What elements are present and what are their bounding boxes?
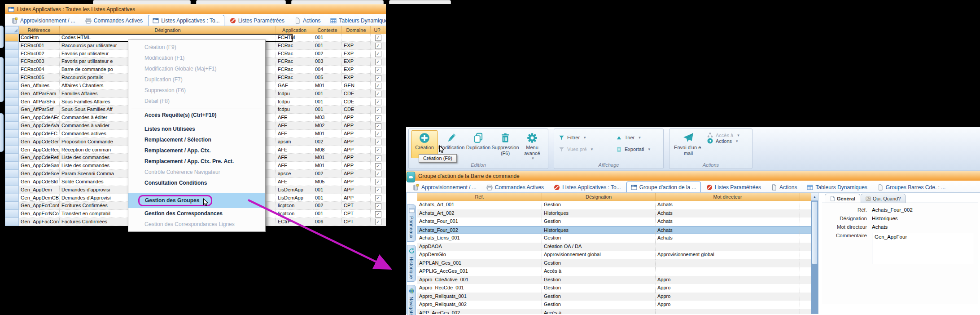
table-row[interactable]: AppDemGloApprovisionnement globalApprovi… [417, 251, 811, 259]
row-selector[interactable] [5, 90, 19, 98]
tab-commandes-actives[interactable]: Commandes Actives [482, 182, 548, 192]
table-row[interactable]: Appro_CdeActive_001GestionAppro [417, 276, 811, 284]
ribbon-button-trier[interactable]: Trier▾ [614, 135, 661, 141]
table-row[interactable]: Achats_Art_001GestionAchats [417, 201, 811, 209]
tab-listes-applicatives-to[interactable]: Listes Applicatives : To... [148, 15, 224, 26]
side-tab-historique[interactable]: Historique [407, 245, 416, 282]
checkbox[interactable]: ✓ [375, 99, 381, 105]
ribbon-button-actions[interactable]: Actions▾ [705, 138, 750, 144]
tab-approvisionnement[interactable]: Approvisionnement / ... [7, 15, 80, 26]
ribbon-button-envoi-d-un-e-mail[interactable]: Envoi d'un e-mail [672, 130, 705, 158]
row-selector[interactable] [5, 130, 19, 138]
checkbox[interactable]: ✓ [375, 139, 381, 145]
side-tab-panneaux[interactable]: Panneaux [407, 204, 416, 242]
menu-item-remplacement-s-lection[interactable]: Remplacement / Sélection [128, 134, 265, 145]
checkbox[interactable]: ✓ [375, 123, 381, 129]
row-selector[interactable] [5, 74, 19, 82]
ribbon-button-filtrer[interactable]: Filtrer▾ [556, 135, 614, 141]
column-header-mot-directeur[interactable]: Mot directeur [656, 193, 800, 201]
checkbox[interactable]: ✓ [375, 75, 381, 81]
checkbox[interactable]: ✓ [375, 51, 381, 57]
column-header-application[interactable]: Application [276, 26, 313, 34]
detail-tab-qui-quand[interactable]: Qui, Quand? [861, 194, 906, 203]
side-tab-navigateur[interactable]: Navigateur [407, 285, 416, 315]
row-selector[interactable] [5, 106, 19, 114]
field-comment-box[interactable]: Gen_AppFour [872, 233, 974, 264]
detail-tab-g-n-ral[interactable]: Général [825, 194, 860, 203]
checkbox[interactable]: ✓ [375, 107, 381, 113]
column-header-domaine[interactable]: Domaine [342, 26, 371, 34]
row-selector[interactable] [5, 210, 19, 218]
menu-item-remplacement-app-ctx[interactable]: Remplacement / App. Ctx. [128, 145, 265, 156]
row-selector[interactable] [5, 154, 19, 162]
ribbon-button-suppression-f6[interactable]: Suppression (F6) [492, 130, 519, 158]
row-selector[interactable] [5, 146, 19, 154]
tab-listes-param-tr-es[interactable]: Listes Paramétrées [702, 182, 766, 192]
checkbox[interactable]: ✓ [375, 171, 381, 177]
menu-item-gestion-des-groupes[interactable]: Gestion des Groupes [128, 193, 265, 208]
tab-groupes-barres-cde[interactable]: Groupes Barres Cde. : ... [873, 182, 950, 192]
table-row[interactable]: Achats_Four_002HistoriquesAchats [417, 226, 811, 235]
tab-groupe-d-action-de-la[interactable]: Groupe d'action de la ... [626, 182, 701, 192]
row-selector[interactable] [5, 98, 19, 106]
row-selector[interactable] [5, 66, 19, 74]
column-header-d-signation[interactable]: Désignation [60, 26, 276, 34]
table-row[interactable]: APPLAN_Ges_001Gestion [417, 259, 811, 268]
menu-item-listes-non-utilis-es[interactable]: Listes non Utilisées [128, 124, 265, 134]
checkbox[interactable]: ✓ [375, 195, 381, 201]
row-selector[interactable] [5, 114, 19, 122]
row-selector[interactable] [5, 58, 19, 66]
checkbox[interactable]: ✓ [375, 147, 381, 153]
tab-listes-param-tr-es[interactable]: Listes Paramétrées [225, 15, 289, 26]
tab-approvisionnement[interactable]: Approvisionnement / ... [408, 182, 481, 192]
checkbox[interactable]: ✓ [375, 91, 381, 97]
ribbon-button-menu-avanc[interactable]: Menu avancé▾ [519, 130, 546, 161]
checkbox[interactable]: ✓ [375, 115, 381, 121]
scroll-up-button[interactable]: ▲ [811, 193, 818, 201]
row-selector[interactable] [5, 170, 19, 178]
checkbox[interactable]: ✓ [375, 219, 381, 225]
row-selector[interactable] [5, 178, 19, 186]
checkbox[interactable]: ✓ [375, 59, 381, 65]
column-header-d-signation[interactable]: Désignation [542, 193, 656, 201]
column-header-contexte[interactable]: Contexte [313, 26, 342, 34]
table-row[interactable]: AppDAOACréation OA / DA [417, 243, 811, 251]
checkbox[interactable]: ✓ [375, 35, 381, 41]
checkbox[interactable]: ✓ [375, 83, 381, 89]
checkbox[interactable]: ✓ [375, 43, 381, 49]
table-row[interactable]: Appro_Reliquats_002GestionAppro [417, 301, 811, 309]
tab-actions[interactable]: Actions [290, 15, 325, 26]
tab-listes-applicatives-to[interactable]: Listes Applicatives : To... [549, 182, 626, 192]
row-selector[interactable] [5, 218, 19, 226]
ribbon-button-exportati[interactable]: Exportati▾ [614, 146, 661, 152]
checkbox[interactable]: ✓ [375, 155, 381, 161]
scrollbar-thumb[interactable] [812, 201, 818, 264]
row-selector[interactable] [5, 186, 19, 194]
tab-tableurs-dynamiques[interactable]: Tableurs Dynamiques [326, 15, 386, 26]
checkbox[interactable]: ✓ [375, 163, 381, 169]
column-header-r-f-rence[interactable]: Référence [19, 26, 60, 34]
checkbox[interactable]: ✓ [375, 187, 381, 193]
collapse-panel-button[interactable] [407, 172, 415, 182]
table-row[interactable]: Achats_Four_001GestionAchats [417, 217, 811, 226]
tab-actions[interactable]: Actions [766, 182, 801, 192]
table-row[interactable]: Appro_RecCde_001GestionAppro [417, 284, 811, 293]
row-selector[interactable] [5, 194, 19, 202]
row-selector[interactable] [5, 122, 19, 130]
menu-item-remplacement-app-ctx-pre-act[interactable]: Remplacement / App. Ctx. Pre. Act. [128, 156, 265, 167]
row-selector[interactable] [5, 42, 19, 50]
table-row[interactable]: Achats_Art_002HistoriquesAchats [417, 209, 811, 218]
row-selector[interactable] [5, 202, 19, 210]
checkbox[interactable]: ✓ [375, 131, 381, 137]
select-all-corner[interactable] [5, 26, 19, 34]
table-row[interactable]: APPLIG_AccGes_001Accès à [417, 267, 811, 276]
menu-item-gestion-des-correspondances[interactable]: Gestion des Correspondances [128, 208, 265, 219]
column-header-r-f[interactable]: Réf. [417, 193, 542, 201]
checkbox[interactable]: ✓ [375, 67, 381, 73]
checkbox[interactable]: ✓ [375, 203, 381, 209]
tab-commandes-actives[interactable]: Commandes Actives [81, 15, 147, 26]
vertical-scrollbar[interactable]: ▲ [811, 193, 818, 314]
menu-item-consultation-conditions[interactable]: Consultation Conditions [128, 177, 265, 188]
row-selector[interactable] [5, 34, 19, 42]
row-selector[interactable] [5, 162, 19, 170]
